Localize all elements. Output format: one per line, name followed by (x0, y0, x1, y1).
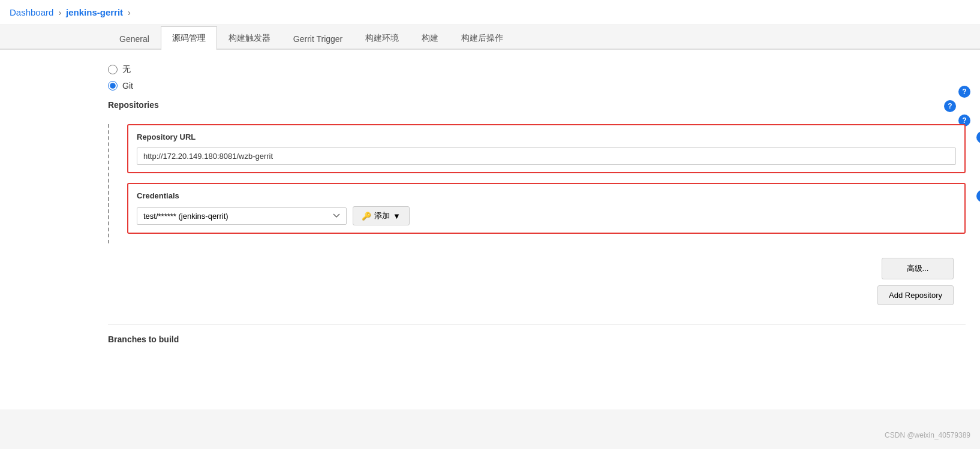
main-content: 无 Git ? ? Repositories ? Repository URL (0, 50, 980, 409)
left-border-dashed (108, 124, 115, 243)
breadcrumb-dashboard[interactable]: Dashboard (10, 7, 53, 17)
tab-trigger[interactable]: 构建触发器 (217, 26, 282, 50)
help-icon-repositories[interactable]: ? (944, 100, 956, 112)
repositories-header-row: Repositories (108, 100, 966, 119)
help-icon-credentials[interactable]: ? (976, 190, 980, 202)
help-icon-repo-url[interactable]: ? (976, 131, 980, 143)
scm-git-option[interactable]: Git (108, 81, 966, 91)
credentials-box: Credentials test/****** (jenkins-qerrit)… (127, 183, 966, 234)
tabs-bar: General 源码管理 构建触发器 Gerrit Trigger 构建环境 构… (0, 25, 980, 50)
breadcrumb-sep2: › (128, 8, 131, 17)
credentials-label: Credentials (137, 191, 956, 200)
repo-content: Repository URL ? Credentials test/******… (127, 124, 966, 243)
branches-section: Branches to build (108, 324, 966, 344)
repositories-section: Repository URL ? Credentials test/******… (108, 124, 966, 243)
breadcrumb-sep1: › (58, 8, 61, 17)
repositories-header: Repositories (108, 100, 159, 110)
repositories-label: Repositories (108, 100, 159, 110)
scm-none-label: 无 (122, 64, 131, 75)
tab-gerrit[interactable]: Gerrit Trigger (282, 28, 354, 50)
add-btn-label: 添加 (374, 210, 390, 221)
tab-build[interactable]: 构建 (410, 26, 450, 50)
advanced-button[interactable]: 高级... (882, 258, 954, 279)
key-icon: 🔑 (362, 212, 371, 221)
repo-url-label: Repository URL (137, 132, 956, 141)
credentials-select[interactable]: test/****** (jenkins-qerrit) (137, 207, 347, 225)
bottom-actions: 高级... Add Repository (108, 258, 966, 305)
scm-none-option[interactable]: 无 (108, 64, 966, 75)
scm-radio-group: 无 Git (108, 64, 966, 91)
tab-env[interactable]: 构建环境 (354, 26, 410, 50)
tab-source[interactable]: 源码管理 (161, 26, 217, 50)
branches-label: Branches to build (108, 335, 179, 344)
help-icon-none[interactable]: ? (958, 86, 970, 98)
dropdown-arrow-icon: ▼ (393, 212, 401, 221)
scm-git-radio[interactable] (108, 81, 118, 91)
add-credentials-button[interactable]: 🔑 添加 ▼ (353, 206, 410, 225)
tab-post[interactable]: 构建后操作 (450, 26, 515, 50)
branches-header: Branches to build (108, 335, 966, 344)
tab-general[interactable]: General (108, 28, 161, 50)
scm-none-radio[interactable] (108, 65, 118, 74)
credentials-row: test/****** (jenkins-qerrit) 🔑 添加 ▼ (137, 206, 956, 225)
breadcrumb-project[interactable]: jenkins-gerrit (66, 7, 123, 17)
repo-url-box: Repository URL ? (127, 124, 966, 173)
scm-git-label: Git (122, 81, 133, 91)
add-repository-button[interactable]: Add Repository (877, 285, 954, 305)
repo-url-input[interactable] (137, 147, 956, 165)
breadcrumb: Dashboard › jenkins-gerrit › (0, 0, 980, 25)
